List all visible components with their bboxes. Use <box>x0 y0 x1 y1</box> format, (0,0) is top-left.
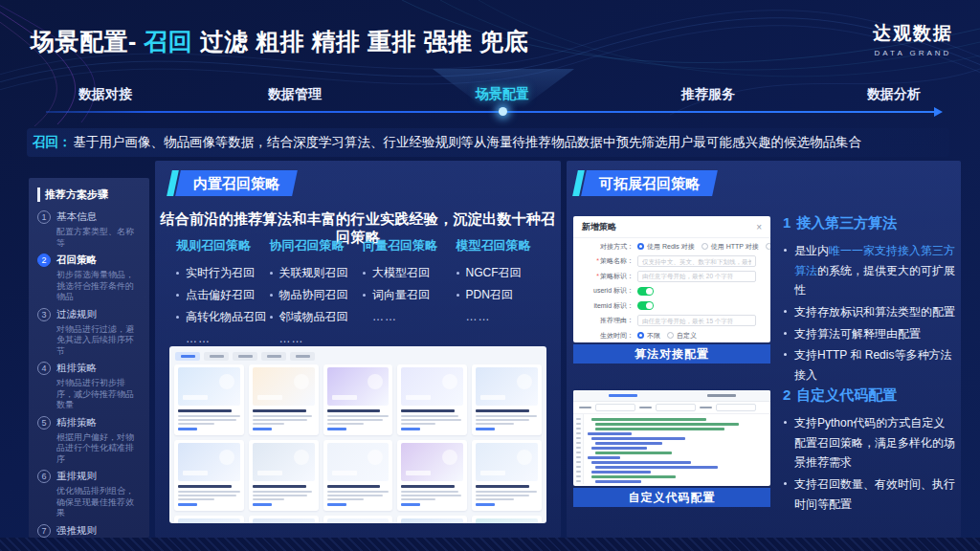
gallery-tab[interactable] <box>175 352 200 361</box>
text-segment: 支持HTTP 和 Redis等多种方法接入 <box>794 348 951 382</box>
feature-bullet-text: 是业内唯一一家支持接入第三方算法的系统，提供更大的可扩展性 <box>794 241 955 300</box>
sidebar-step[interactable]: 4粗排策略对物品进行初步排序，减少待推荐物品数量 <box>37 362 141 411</box>
sidebar-step[interactable]: 6重排规则优化物品排列组合，确保呈现最佳推荐效果 <box>37 470 141 519</box>
toggle-switch[interactable] <box>637 287 654 296</box>
card-text-bar <box>401 498 435 500</box>
card-body <box>327 485 390 506</box>
gallery-tab-label-bar <box>238 355 253 358</box>
card-link-bar[interactable] <box>476 428 495 430</box>
card-link-bar[interactable] <box>253 428 272 430</box>
strategy-card[interactable] <box>174 364 244 435</box>
text-segment: 是业内 <box>794 244 829 257</box>
strategy-card[interactable] <box>472 516 542 523</box>
step-description: 初步筛选海量物品，挑选符合推荐条件的物品 <box>56 270 141 303</box>
sidebar-step[interactable]: 7强推规则依据特定规则，强制展示特定类别的物品 <box>37 524 141 539</box>
code-area[interactable] <box>584 414 770 484</box>
strategy-card[interactable] <box>323 440 393 511</box>
radio-icon[interactable] <box>702 243 708 250</box>
bullet-dot <box>457 272 459 275</box>
sidebar-step[interactable]: 5精排策略根据用户偏好，对物品进行个性化精准排序 <box>37 416 141 466</box>
strategy-card[interactable] <box>323 516 393 523</box>
nav-item[interactable]: 数据分析 <box>867 86 921 103</box>
radio-option[interactable]: 自定义 <box>667 331 697 341</box>
dialog-row: 推荐理由： <box>573 314 770 327</box>
strategy-card[interactable] <box>249 516 319 523</box>
step-number: 1 <box>37 210 51 224</box>
radio-option[interactable]: 文件上传 <box>766 242 770 252</box>
sidebar-step[interactable]: 3过滤规则对物品进行过滤，避免其进入后续排序环节 <box>37 308 141 358</box>
code-editor-body <box>573 414 770 484</box>
sidebar-step[interactable]: 2召回策略初步筛选海量物品，挑选符合推荐条件的物品 <box>37 253 141 303</box>
bullet-dot <box>784 421 787 424</box>
close-icon[interactable]: × <box>756 222 762 232</box>
nav-item[interactable]: 推荐服务 <box>681 86 735 103</box>
card-text-bar <box>476 415 537 417</box>
strategy-card[interactable] <box>249 364 319 435</box>
gallery-tab[interactable] <box>204 352 229 361</box>
radio-option[interactable]: 使用 Redis 对接 <box>637 242 695 252</box>
card-link-bar[interactable] <box>327 428 346 430</box>
card-link-bar[interactable] <box>253 503 272 506</box>
strategy-column: 向量召回策略大模型召回词向量召回…… <box>363 237 457 350</box>
step-number: 4 <box>37 362 51 375</box>
toggle-switch[interactable] <box>637 301 654 310</box>
strategy-card[interactable] <box>397 364 467 435</box>
gallery-tab[interactable] <box>290 352 315 361</box>
code-tab[interactable] <box>707 394 736 397</box>
strategy-item: 点击偏好召回 <box>176 284 270 306</box>
radio-icon[interactable] <box>766 243 770 250</box>
radio-icon[interactable] <box>667 332 674 339</box>
nav-item[interactable]: 数据对接 <box>78 86 132 103</box>
text-input[interactable] <box>637 315 756 326</box>
strategy-card[interactable] <box>472 364 542 435</box>
card-link-bar[interactable] <box>401 503 420 506</box>
text-segment: 支持Python代码的方式自定义配置召回策略，满足多样化的场景推荐需求 <box>794 416 955 469</box>
step-title: 强推规则 <box>56 524 97 538</box>
toolbar-input[interactable] <box>716 404 756 411</box>
step-description: 优化物品排列组合，确保呈现最佳推荐效果 <box>56 486 141 519</box>
text-input[interactable] <box>637 255 756 267</box>
code-tab[interactable] <box>609 394 637 397</box>
strategy-card[interactable] <box>397 440 467 511</box>
card-link-bar[interactable] <box>401 428 420 430</box>
card-link-bar[interactable] <box>327 503 346 506</box>
strategy-card[interactable] <box>174 516 244 523</box>
toolbar-input[interactable] <box>656 404 696 411</box>
nav-item[interactable]: 数据管理 <box>268 86 322 103</box>
strategy-card[interactable] <box>397 516 467 523</box>
step-header: 5精排策略 <box>37 416 141 430</box>
gallery-tab[interactable] <box>261 352 286 361</box>
card-text-bar <box>327 419 383 421</box>
radio-option[interactable]: 不限 <box>637 331 660 341</box>
gallery-tab[interactable] <box>233 352 257 361</box>
card-link-bar[interactable] <box>178 428 197 430</box>
card-link-bar[interactable] <box>178 503 197 506</box>
strategy-card[interactable] <box>249 440 319 511</box>
radio-icon[interactable] <box>637 243 644 250</box>
card-illustration <box>253 518 315 523</box>
card-link-bar[interactable] <box>476 503 495 506</box>
strategy-item-label: NGCF召回 <box>466 262 522 284</box>
step-description: 对物品进行过滤，避免其进入后续排序环节 <box>56 324 141 358</box>
strategy-item-label: 点击偏好召回 <box>186 284 255 306</box>
strategy-card[interactable] <box>472 440 542 511</box>
strategy-card[interactable] <box>323 364 393 435</box>
brand-logo: 达观数据 DATA GRAND <box>873 21 953 57</box>
nav-item[interactable]: 场景配置 <box>476 86 529 103</box>
sidebar-step[interactable]: 1基本信息配置方案类型、名称等 <box>37 210 141 249</box>
step-title: 过滤规则 <box>56 308 97 321</box>
field-label: 推荐理由： <box>582 316 634 325</box>
card-text-bar <box>401 419 460 421</box>
card-illustration <box>253 367 315 406</box>
radio-icon[interactable] <box>637 332 644 339</box>
extensible-badge-label: 可拓展召回策略 <box>599 170 700 196</box>
toolbar-input[interactable] <box>595 404 635 411</box>
title-highlight: 召回 <box>144 28 192 55</box>
card-text-bar <box>476 495 529 496</box>
card-text-bar <box>327 491 390 493</box>
bullet-dot <box>363 272 366 275</box>
radio-option[interactable]: 使用 HTTP 对接 <box>702 242 759 252</box>
card-illustration <box>178 367 240 406</box>
text-input[interactable] <box>637 271 756 282</box>
strategy-card[interactable] <box>174 440 244 511</box>
